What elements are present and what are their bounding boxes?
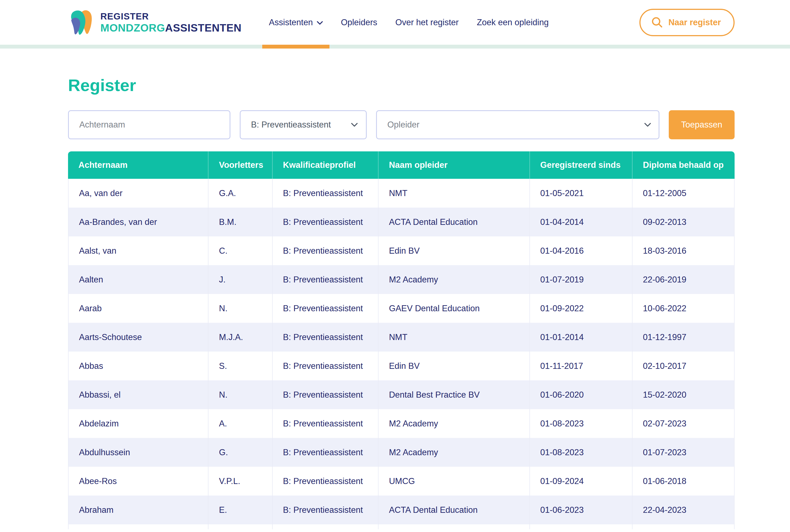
- table-cell: Abbassi, el: [68, 380, 208, 409]
- table-cell: 01-12-2005: [632, 179, 735, 208]
- table-cell: B.M.: [208, 208, 272, 236]
- table-cell: B: Preventieassistent: [272, 294, 378, 323]
- nav-item-label: Assistenten: [269, 18, 313, 27]
- nav-item-label: Over het register: [395, 18, 459, 27]
- brand-line2: MONDZORGASSISTENTEN: [100, 22, 241, 33]
- column-header-diploma-behaald-op: Diploma behaald op: [632, 151, 735, 179]
- table-cell: 09-02-2013: [632, 208, 735, 236]
- table-cell: B: Preventieassistent: [272, 323, 378, 352]
- table-cell: M2 Academy: [378, 438, 529, 467]
- brand-assistenten: ASSISTENTEN: [165, 22, 242, 34]
- table-cell: [378, 524, 529, 529]
- table-cell: 01-04-2014: [529, 208, 632, 236]
- table-cell: 22-04-2023: [632, 496, 735, 524]
- table-cell: 01-09-2024: [529, 467, 632, 496]
- chevron-down-icon: [317, 21, 323, 25]
- table-cell: E.: [208, 496, 272, 524]
- table-cell: 01-08-2023: [529, 409, 632, 438]
- table-cell: 02-07-2023: [632, 409, 735, 438]
- table-cell: Aa-Brandes, van der: [68, 208, 208, 236]
- table-row: AbdelazimA.B: PreventieassistentM2 Acade…: [68, 409, 735, 438]
- table-cell: 15-02-2020: [632, 380, 735, 409]
- table-cell: G.A.: [208, 179, 272, 208]
- brand-line1: REGISTER: [100, 12, 241, 21]
- table-row: AbbasS.B: PreventieassistentEdin BV01-11…: [68, 352, 735, 380]
- register-table: Achternaam Voorletters Kwalificatieprofi…: [68, 151, 735, 529]
- table-row: AbrahamE.B: PreventieassistentACTA Denta…: [68, 496, 735, 524]
- table-cell: UMCG: [378, 467, 529, 496]
- kwalificatie-select[interactable]: B: Preventieassistent: [240, 110, 367, 139]
- table-row: AbdulhusseinG.B: PreventieassistentM2 Ac…: [68, 438, 735, 467]
- table-cell: S.: [208, 352, 272, 380]
- table-row-cut: [68, 524, 735, 529]
- naar-register-button[interactable]: Naar register: [639, 9, 735, 36]
- table-cell: ACTA Dental Education: [378, 208, 529, 236]
- achternaam-input[interactable]: [68, 110, 230, 139]
- table-row: Aarts-SchouteseM.J.A.B: Preventieassiste…: [68, 323, 735, 352]
- table-cell: B: Preventieassistent: [272, 265, 378, 294]
- chevron-down-icon: [644, 123, 651, 127]
- table-cell: Aarab: [68, 294, 208, 323]
- table-cell: G.: [208, 438, 272, 467]
- nav-item-over-het-register[interactable]: Over het register: [395, 0, 459, 45]
- brand-mondzorg: MONDZORG: [100, 22, 165, 34]
- column-header-geregistreerd-sinds: Geregistreerd sinds: [529, 151, 632, 179]
- table-cell: M.J.A.: [208, 323, 272, 352]
- column-header-kwalificatieprofiel: Kwalificatieprofiel: [272, 151, 378, 179]
- brand-logo[interactable]: REGISTER MONDZORGASSISTENTEN: [68, 8, 241, 37]
- nav-item-zoek-een-opleiding[interactable]: Zoek een opleiding: [477, 0, 549, 45]
- main-content: Register B: Preventieassistent Opleider …: [0, 75, 790, 529]
- table-cell: B: Preventieassistent: [272, 467, 378, 496]
- nav-item-label: Opleiders: [341, 18, 377, 27]
- column-header-achternaam: Achternaam: [68, 151, 208, 179]
- table-cell: B: Preventieassistent: [272, 380, 378, 409]
- table-cell: B: Preventieassistent: [272, 496, 378, 524]
- table-cell: Abraham: [68, 496, 208, 524]
- cta-label: Naar register: [669, 18, 721, 27]
- table-row: Aa, van derG.A.B: PreventieassistentNMT0…: [68, 179, 735, 208]
- table-cell: B: Preventieassistent: [272, 352, 378, 380]
- table-row: Abbassi, elN.B: PreventieassistentDental…: [68, 380, 735, 409]
- table-cell: [68, 524, 208, 529]
- table-cell: Aa, van der: [68, 179, 208, 208]
- table-cell: [272, 524, 378, 529]
- search-icon: [651, 16, 663, 29]
- table-cell: A.: [208, 409, 272, 438]
- table-cell: Abee-Ros: [68, 467, 208, 496]
- main-nav: Assistenten Opleiders Over het register …: [269, 0, 567, 45]
- logo-tooth-icon: [68, 8, 94, 37]
- toepassen-button[interactable]: Toepassen: [669, 110, 735, 139]
- table-cell: Edin BV: [378, 236, 529, 265]
- nav-item-label: Zoek een opleiding: [477, 18, 549, 27]
- opleider-select[interactable]: Opleider: [376, 110, 659, 139]
- table-cell: Abdulhussein: [68, 438, 208, 467]
- table-cell: 01-06-2023: [529, 496, 632, 524]
- site-header: REGISTER MONDZORGASSISTENTEN Assistenten…: [0, 0, 790, 49]
- table-cell: N.: [208, 294, 272, 323]
- chevron-down-icon: [351, 123, 358, 127]
- page-title: Register: [68, 75, 735, 95]
- table-cell: Aarts-Schoutese: [68, 323, 208, 352]
- nav-item-opleiders[interactable]: Opleiders: [341, 0, 377, 45]
- table-cell: N.: [208, 380, 272, 409]
- table-cell: 01-07-2023: [632, 438, 735, 467]
- table-row: Aalst, vanC.B: PreventieassistentEdin BV…: [68, 236, 735, 265]
- table-cell: M2 Academy: [378, 265, 529, 294]
- table-cell: NMT: [378, 179, 529, 208]
- header-divider-strip: [0, 45, 790, 49]
- table-cell: NMT: [378, 323, 529, 352]
- table-row: AaltenJ.B: PreventieassistentM2 Academy0…: [68, 265, 735, 294]
- table-cell: B: Preventieassistent: [272, 409, 378, 438]
- nav-item-assistenten[interactable]: Assistenten: [269, 0, 323, 45]
- table-cell: [632, 524, 735, 529]
- table-cell: Abdelazim: [68, 409, 208, 438]
- register-table-body: Aa, van derG.A.B: PreventieassistentNMT0…: [68, 179, 735, 529]
- table-cell: 01-09-2022: [529, 294, 632, 323]
- table-cell: ACTA Dental Education: [378, 496, 529, 524]
- table-cell: J.: [208, 265, 272, 294]
- table-cell: 01-07-2019: [529, 265, 632, 294]
- kwalificatie-selected-value: B: Preventieassistent: [251, 120, 331, 130]
- table-cell: Abbas: [68, 352, 208, 380]
- table-cell: 01-04-2016: [529, 236, 632, 265]
- table-cell: B: Preventieassistent: [272, 236, 378, 265]
